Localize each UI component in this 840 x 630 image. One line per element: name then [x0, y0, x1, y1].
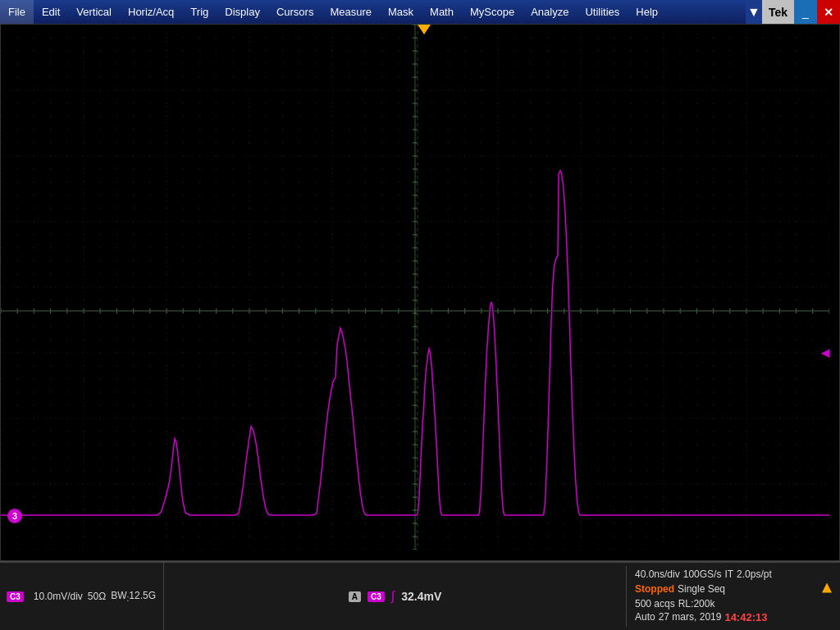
minimize-button[interactable]: _: [794, 0, 817, 24]
trigger-indicator: [822, 582, 832, 596]
stopped-label: Stopped: [635, 583, 674, 595]
menu-analyze[interactable]: Analyze: [523, 0, 577, 24]
pts-per-div: 2.0ps/pt: [737, 568, 772, 580]
volts-per-div: 10.0mV/div: [34, 591, 83, 602]
meas-icon: ∫: [391, 589, 395, 604]
trigger-arrow: [418, 25, 431, 34]
menu-display[interactable]: Display: [217, 0, 268, 24]
date-row: Auto 27 mars, 2019 14:42:13: [635, 611, 832, 623]
full-date: 27 mars, 2019: [659, 611, 722, 623]
menubar: File Edit Vertical Horiz/Acq Trig Displa…: [0, 0, 840, 24]
menu-file[interactable]: File: [0, 0, 34, 24]
meas-value: 32.4mV: [401, 590, 441, 603]
timing-row: 40.0ns/div 100GS/s IT 2.0ps/pt: [635, 568, 832, 580]
menu-trig[interactable]: Trig: [182, 0, 217, 24]
measurement-section: A C3 ∫ 32.4mV: [164, 563, 626, 630]
tek-logo-area: ▼ Tek _ ✕: [746, 0, 840, 24]
acquisitions: 500 acqs: [635, 598, 675, 609]
menu-vertical[interactable]: Vertical: [68, 0, 120, 24]
right-arrow-indicator: ◄: [818, 345, 833, 362]
bw-label: BW:12.5G: [111, 590, 156, 603]
ch3-badge: C3: [7, 591, 24, 602]
acq-row: 500 acqs RL:200k: [635, 598, 832, 609]
interp-mode: IT: [724, 568, 733, 580]
sample-rate: 100GS/s: [683, 568, 722, 580]
tek-logo: Tek: [762, 0, 794, 24]
ch3-settings-section: C3 10.0mV/div 50Ω BW:12.5G: [0, 563, 164, 630]
waveform-svg: [1, 25, 829, 550]
statusbar: C3 10.0mV/div 50Ω BW:12.5G A C3 ∫ 32.4mV…: [0, 561, 840, 630]
menu-measure[interactable]: Measure: [322, 0, 380, 24]
time-display: 14:42:13: [724, 611, 767, 623]
menu-math[interactable]: Math: [422, 0, 462, 24]
menu-horizacq[interactable]: Horiz/Acq: [120, 0, 182, 24]
ch3-label: 3: [7, 509, 22, 523]
right-info-section: 40.0ns/div 100GS/s IT 2.0ps/pt Stopped S…: [627, 563, 840, 630]
menu-cursors[interactable]: Cursors: [268, 0, 322, 24]
scope-display: 3 ◄: [0, 24, 840, 561]
auto-label: Auto: [635, 611, 655, 623]
a-badge: A: [349, 591, 361, 602]
impedance: 50Ω: [88, 591, 106, 602]
dropdown-arrow[interactable]: ▼: [746, 0, 762, 24]
menu-mask[interactable]: Mask: [380, 0, 422, 24]
record-length: RL:200k: [678, 598, 715, 609]
time-div: 40.0ns/div: [635, 568, 680, 580]
menu-help[interactable]: Help: [628, 0, 666, 24]
status-row: Stopped Single Seq: [635, 582, 832, 596]
single-seq-label: Single Seq: [678, 583, 725, 595]
menu-myscope[interactable]: MyScope: [462, 0, 523, 24]
menu-edit[interactable]: Edit: [34, 0, 68, 24]
meas-ch-badge: C3: [368, 591, 385, 602]
close-button[interactable]: ✕: [817, 0, 840, 24]
menu-utilities[interactable]: Utilities: [577, 0, 628, 24]
